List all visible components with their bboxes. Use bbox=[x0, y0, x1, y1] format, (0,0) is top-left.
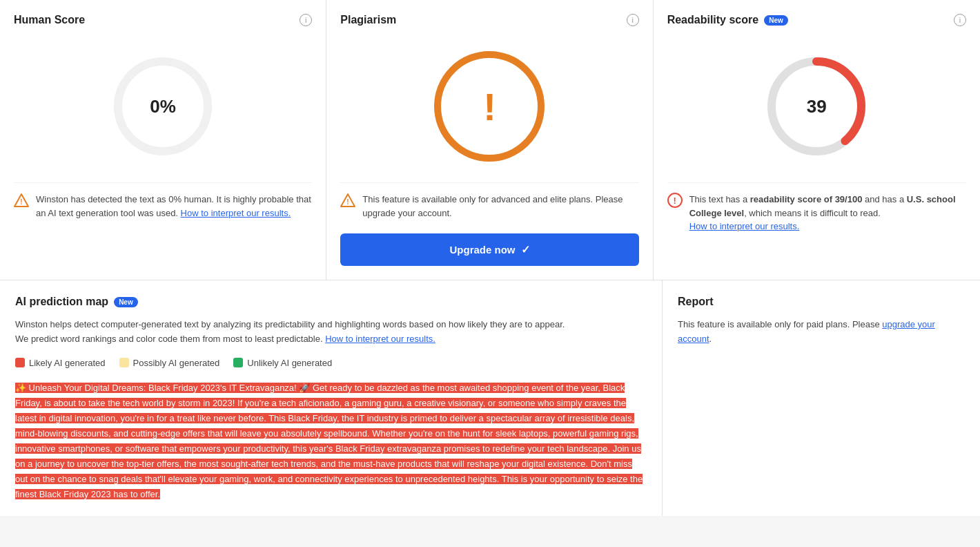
human-score-title: Human Score bbox=[14, 14, 312, 26]
human-score-gauge: 0% bbox=[14, 37, 312, 175]
readability-error-icon: ! bbox=[667, 193, 683, 208]
warning-icon: ! bbox=[14, 193, 29, 208]
human-score-panel: Human Score i 0% ! Winston has detected … bbox=[0, 0, 326, 280]
readability-alert: ! This text has a readability score of 3… bbox=[667, 182, 966, 233]
readability-info-icon[interactable]: i bbox=[954, 14, 966, 26]
legend-item-possibly: Possibly AI generated bbox=[119, 358, 220, 368]
legend-label-likely: Likely AI generated bbox=[29, 358, 106, 368]
readability-title: Readability score New bbox=[667, 14, 966, 26]
legend-dot-possibly bbox=[119, 358, 129, 367]
human-score-alert-text: Winston has detected the text as 0% huma… bbox=[36, 193, 312, 220]
ai-legend: Likely AI generated Possibly AI generate… bbox=[15, 358, 647, 368]
report-title: Report bbox=[678, 296, 965, 308]
ai-prediction-label: AI prediction map bbox=[15, 296, 108, 308]
plagiarism-exclamation: ! bbox=[434, 51, 545, 162]
readability-gauge-wrap: 39 bbox=[761, 51, 872, 162]
plagiarism-alert-text: This feature is available only for advan… bbox=[362, 193, 638, 220]
readability-alert-link[interactable]: How to interpret our results. bbox=[689, 221, 800, 231]
legend-item-likely: Likely AI generated bbox=[15, 358, 106, 368]
plagiarism-gauge: ! bbox=[340, 37, 638, 175]
legend-item-unlikely: Unlikely AI generated bbox=[233, 358, 332, 368]
upgrade-button[interactable]: Upgrade now ✓ bbox=[340, 233, 638, 266]
gauge-wrap: 0% bbox=[108, 51, 218, 162]
ai-prediction-badge: New bbox=[114, 297, 138, 307]
plagiarism-warning-icon: ! bbox=[340, 193, 355, 208]
readability-label: Readability score bbox=[667, 14, 759, 26]
plagiarism-info-icon[interactable]: i bbox=[627, 14, 639, 26]
legend-dot-unlikely bbox=[233, 358, 243, 367]
readability-score-value: 39 bbox=[807, 96, 827, 117]
human-score-alert-link[interactable]: How to interpret our results. bbox=[181, 208, 291, 218]
legend-dot-likely bbox=[15, 358, 25, 367]
svg-text:!: ! bbox=[347, 198, 349, 206]
human-score-label: Human Score bbox=[14, 14, 85, 26]
plagiarism-alert: ! This feature is available only for adv… bbox=[340, 182, 638, 220]
readability-gauge: 39 bbox=[667, 37, 966, 175]
svg-text:!: ! bbox=[20, 198, 22, 206]
readability-alert-text: This text has a readability score of 39/… bbox=[689, 193, 966, 233]
plagiarism-panel: Plagiarism i ! ! This feature is availab… bbox=[326, 0, 653, 280]
ai-prediction-panel: AI prediction map New Winston helps dete… bbox=[0, 280, 663, 516]
human-score-value: 0% bbox=[150, 96, 176, 117]
report-text: This feature is available only for paid … bbox=[678, 318, 965, 347]
readability-panel: Readability score New i 39 ! This text h… bbox=[654, 0, 980, 280]
ai-content-text: ✨ Unleash Your Digital Dreams: Black Fri… bbox=[15, 383, 643, 500]
plagiarism-title: Plagiarism bbox=[340, 14, 638, 26]
ai-description: Winston helps detect computer-generated … bbox=[15, 318, 647, 347]
legend-label-unlikely: Unlikely AI generated bbox=[247, 358, 332, 368]
plagiarism-label: Plagiarism bbox=[340, 14, 396, 26]
ai-prediction-title: AI prediction map New bbox=[15, 296, 647, 308]
readability-new-badge: New bbox=[764, 15, 788, 26]
human-score-alert: ! Winston has detected the text as 0% hu… bbox=[14, 182, 312, 220]
ai-description-link[interactable]: How to interpret our results. bbox=[325, 334, 435, 344]
report-panel: Report This feature is available only fo… bbox=[663, 280, 980, 516]
legend-label-possibly: Possibly AI generated bbox=[133, 358, 220, 368]
ai-content-block: ✨ Unleash Your Digital Dreams: Black Fri… bbox=[15, 381, 647, 503]
